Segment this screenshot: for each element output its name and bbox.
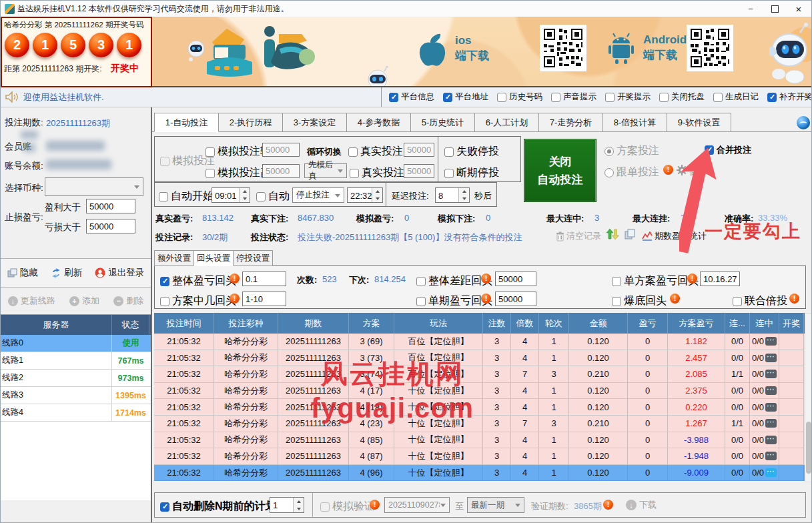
top-option-checkbox[interactable]: 平台信息 [389, 91, 434, 103]
table-scrollbar[interactable] [805, 313, 812, 482]
top-option-checkbox[interactable]: 生成日记 [713, 91, 759, 103]
settings-subtab[interactable]: 停投设置 [233, 250, 273, 266]
tab[interactable]: 1-自动投注 [154, 113, 219, 132]
top-option-checkbox[interactable]: 声音提示 [551, 91, 596, 103]
more-icon[interactable]: ··· [765, 354, 777, 362]
gear-icon[interactable] [677, 165, 687, 175]
warning-icon[interactable] [370, 500, 380, 510]
sort-arrows-icon[interactable] [606, 228, 619, 240]
bet-table-col-header[interactable]: 方案盈亏 [668, 313, 725, 334]
bet-table-col-header[interactable]: 玩法 [394, 313, 483, 334]
tab[interactable]: 5-历史统计 [410, 113, 475, 132]
single-plan-pl-turnback-input[interactable] [700, 272, 740, 286]
tab[interactable]: 7-走势分析 [538, 113, 603, 132]
start-time-spinner[interactable]: 09:01 [212, 187, 250, 203]
bet-table-col-header[interactable]: 盈亏 [628, 313, 668, 334]
stop-action-select[interactable]: 停止投注 [292, 187, 344, 203]
more-icon[interactable]: ··· [765, 436, 777, 444]
warning-icon[interactable] [687, 274, 697, 284]
tab[interactable]: 9-软件设置 [667, 113, 731, 132]
top-option-checkbox[interactable]: 开奖提示 [605, 91, 651, 103]
spin-down[interactable] [294, 505, 304, 512]
bet-table-col-header[interactable]: 期数 [278, 313, 349, 334]
real-win-input[interactable] [404, 143, 434, 157]
clear-records-button[interactable]: 清空记录 [556, 230, 601, 242]
sim-lose-input[interactable] [262, 143, 300, 157]
sim-win-checkbox[interactable]: 模拟投注赢 [206, 166, 271, 180]
refresh-button[interactable]: 刷新 [51, 267, 82, 279]
more-icon[interactable]: ··· [765, 386, 777, 395]
bet-table-col-header[interactable]: 投注彩种 [214, 313, 278, 334]
bottom-back-checkbox[interactable]: 爆底回头 [612, 294, 667, 308]
warning-icon[interactable] [481, 294, 491, 304]
table-row[interactable]: 21:05:32 哈希分分彩 202511111263 4 (87) 十位【定位… [154, 448, 805, 465]
table-row[interactable]: 21:05:32 哈希分分彩 202511111263 4 (96) 十位【定位… [154, 465, 805, 482]
more-icon[interactable]: ··· [765, 419, 777, 428]
overall-pl-turnback-checkbox[interactable]: 整体盈亏回头 [160, 274, 236, 288]
bet-table-col-header[interactable]: 轮次 [539, 313, 569, 334]
single-pl-turnback-input[interactable] [495, 292, 536, 306]
logout-button[interactable]: 退出登录 [95, 267, 144, 279]
minimize-button[interactable]: − [739, 1, 762, 17]
top-option-checkbox[interactable]: 补齐开奖 [767, 91, 812, 103]
scrollbar-handle[interactable] [806, 422, 811, 474]
sim-win-input[interactable] [262, 164, 300, 178]
spin-up[interactable] [459, 188, 469, 195]
warning-icon[interactable] [481, 274, 491, 284]
follow-bet-radio[interactable]: 跟单投注 [604, 165, 659, 179]
table-row[interactable]: 21:05:32 哈希分分彩 202511111263 4 (23) 十位【定位… [154, 416, 805, 432]
bet-table-col-header[interactable]: 连... [725, 313, 750, 334]
table-row[interactable]: 21:05:32 哈希分分彩 202511111263 3 (73) 百位【定位… [154, 350, 805, 367]
auto-start-checkbox[interactable]: 自动开始 [159, 189, 214, 203]
help-globe-icon[interactable] [797, 116, 810, 129]
plan-hit-turnback-input[interactable] [242, 292, 286, 306]
server-row[interactable]: 线路3 1395ms [1, 387, 151, 404]
spin-up[interactable] [372, 188, 382, 195]
warning-icon[interactable] [603, 500, 613, 510]
more-icon[interactable]: ··· [765, 370, 777, 378]
bet-table-col-header[interactable]: 注数 [483, 313, 511, 334]
table-row[interactable]: 21:05:32 哈希分分彩 202511111263 4 (18) 十位【定位… [154, 399, 805, 416]
table-row[interactable]: 21:05:32 哈希分分彩 202511111263 3 (69) 百位【定位… [154, 334, 805, 350]
period-pl-stats-button[interactable]: 期数盈亏统计 [642, 230, 707, 242]
table-row[interactable]: 21:05:32 哈希分分彩 202511111263 3 (74) 百位【定位… [154, 366, 805, 383]
add-line-button[interactable]: + 添加 [69, 295, 99, 307]
joint-bet-checkbox[interactable]: 联合倍投 [733, 294, 787, 308]
server-row[interactable]: 线路2 973ms [1, 370, 151, 387]
spin-down[interactable] [372, 195, 382, 203]
bet-table-col-header[interactable]: 金额 [569, 313, 628, 334]
bet-table-col-header[interactable]: 方案 [349, 313, 394, 334]
overall-gap-turnback-input[interactable] [495, 272, 536, 286]
tab[interactable]: 6-人工计划 [474, 113, 539, 132]
settings-subtab[interactable]: 回头设置 [193, 250, 234, 266]
tab[interactable]: 4-参考数据 [346, 113, 411, 132]
server-row[interactable]: 线路1 767ms [1, 352, 151, 370]
auto-checkbox[interactable]: 自动 [256, 189, 290, 203]
spin-up[interactable] [240, 188, 250, 195]
settings-subtab[interactable]: 额外设置 [154, 250, 194, 266]
tab[interactable]: 8-倍投计算 [602, 113, 667, 132]
android-download-group[interactable]: Android 端下载 [607, 31, 687, 65]
more-icon[interactable]: ··· [765, 468, 777, 477]
copy-icon[interactable] [625, 229, 636, 239]
stop-time-spinner[interactable]: 22:32 [347, 187, 383, 203]
warning-icon[interactable] [663, 165, 673, 175]
sim-lose-checkbox[interactable]: 模拟投注输 [206, 145, 271, 159]
real-lose-input[interactable] [404, 164, 434, 178]
plan-hit-turnback-checkbox[interactable]: 方案中几回头 [160, 294, 236, 308]
bet-table-col-header[interactable]: 投注时间 [154, 313, 214, 334]
spin-down[interactable] [240, 195, 250, 203]
verify-to-select[interactable]: 最新一期 [467, 497, 524, 513]
ios-download-group[interactable]: ios 端下载 [418, 31, 489, 66]
close-button[interactable]: × [787, 1, 810, 17]
close-auto-bet-button[interactable]: 关闭 自动投注 [524, 139, 596, 202]
tab[interactable]: 2-执行历程 [218, 113, 283, 132]
profit-threshold-input[interactable] [86, 199, 135, 213]
auto-delete-spinner[interactable]: 1 [270, 497, 304, 513]
table-row[interactable]: 21:05:32 哈希分分彩 202511111263 4 (17) 十位【定位… [154, 383, 805, 400]
warning-icon[interactable] [230, 274, 240, 284]
single-plan-pl-turnback-checkbox[interactable]: 单方案盈亏回头 [612, 274, 699, 288]
currency-select[interactable] [45, 177, 143, 196]
verify-from-select[interactable]: 202511090278 [384, 497, 450, 513]
warning-icon[interactable] [670, 294, 680, 304]
